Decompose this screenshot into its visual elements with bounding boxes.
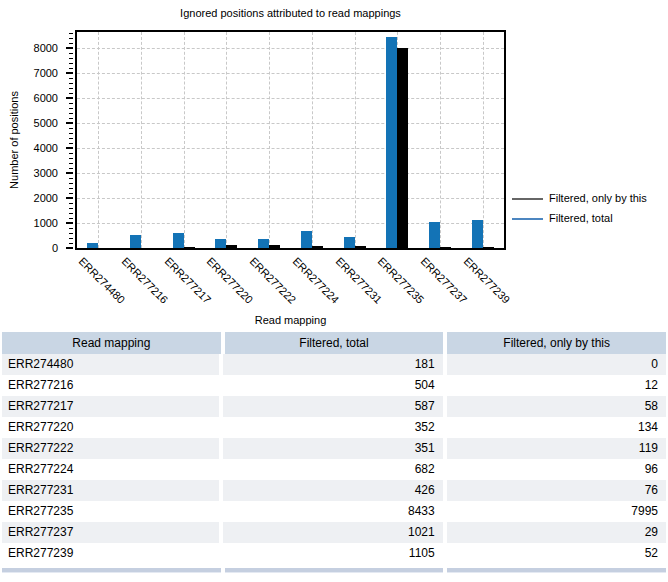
bar-filtered-total — [258, 239, 269, 248]
table-row[interactable]: ERR277239110552 — [2, 543, 666, 564]
partial-row-cell — [2, 568, 221, 573]
y-minor-tick — [69, 78, 73, 79]
table-row[interactable]: ERR277237102129 — [2, 522, 666, 543]
y-minor-tick — [69, 133, 73, 134]
x-gridline — [141, 32, 142, 248]
x-gridline — [98, 32, 99, 248]
y-minor-tick — [69, 228, 73, 229]
cell-read-mapping: ERR277216 — [2, 375, 219, 396]
cell-filtered-only: 29 — [447, 522, 666, 543]
chart-section: Ignored positions attributed to read map… — [0, 0, 668, 331]
x-gridline — [312, 32, 313, 248]
y-minor-tick — [69, 208, 73, 209]
table-row[interactable]: ERR27723142676 — [2, 480, 666, 501]
y-tick-label: 8000 — [0, 41, 58, 55]
bar-filtered-only-by-this — [184, 247, 195, 248]
y-tick — [66, 47, 73, 49]
cell-filtered-only: 119 — [447, 438, 666, 459]
legend-label: Filtered, total — [549, 212, 613, 225]
y-minor-tick — [69, 43, 73, 44]
y-tick — [66, 172, 73, 174]
y-minor-tick — [69, 63, 73, 64]
chart-legend: Filtered, only by thisFiltered, total — [512, 192, 666, 232]
y-tick — [66, 122, 73, 124]
y-minor-tick — [69, 183, 73, 184]
y-tick — [66, 222, 73, 224]
cell-filtered-total: 352 — [223, 417, 442, 438]
y-minor-tick — [69, 108, 73, 109]
chart-title: Ignored positions attributed to read map… — [75, 7, 506, 19]
legend-entry: Filtered, only by this — [512, 192, 666, 205]
y-tick — [66, 97, 73, 99]
bar-filtered-only-by-this — [226, 245, 237, 248]
cell-filtered-total: 682 — [223, 459, 442, 480]
y-tick-label: 0 — [0, 241, 58, 255]
bar-filtered-total — [215, 239, 226, 248]
y-tick-label: 6000 — [0, 91, 58, 105]
results-table: Read mappingFiltered, totalFiltered, onl… — [2, 332, 666, 573]
y-minor-tick — [69, 243, 73, 244]
cell-filtered-total: 1021 — [223, 522, 442, 543]
x-gridline — [269, 32, 270, 248]
x-gridline — [483, 32, 484, 248]
bar-filtered-only-by-this — [483, 247, 494, 248]
partial-row-cell — [447, 568, 666, 573]
cell-read-mapping: ERR277237 — [2, 522, 219, 543]
table-header-cell[interactable]: Filtered, only by this — [447, 332, 666, 354]
cell-filtered-only: 134 — [447, 417, 666, 438]
x-gridline — [440, 32, 441, 248]
cell-read-mapping: ERR277224 — [2, 459, 219, 480]
y-minor-tick — [69, 138, 73, 139]
y-minor-tick — [69, 178, 73, 179]
y-tick-label: 3000 — [0, 166, 58, 180]
cell-read-mapping: ERR277217 — [2, 396, 219, 417]
x-axis-label: Read mapping — [75, 314, 506, 326]
bar-filtered-total — [87, 243, 98, 248]
partial-row-cell — [225, 568, 444, 573]
bar-filtered-only-by-this — [312, 246, 323, 248]
table-header-cell[interactable]: Read mapping — [2, 332, 221, 354]
cell-filtered-total: 504 — [223, 375, 442, 396]
y-tick — [66, 72, 73, 74]
y-minor-tick — [69, 118, 73, 119]
x-tick-label: ERR277239 — [461, 255, 512, 306]
table-row[interactable]: ERR27722468296 — [2, 459, 666, 480]
y-tick-label: 2000 — [0, 191, 58, 205]
table-row[interactable]: ERR277222351119 — [2, 438, 666, 459]
cell-read-mapping: ERR277239 — [2, 543, 219, 564]
cell-read-mapping: ERR274480 — [2, 354, 219, 375]
cell-read-mapping: ERR277220 — [2, 417, 219, 438]
cell-filtered-only: 7995 — [447, 501, 666, 522]
cell-filtered-total: 1105 — [223, 543, 442, 564]
legend-swatch — [512, 218, 543, 220]
bar-filtered-only-by-this — [269, 245, 280, 248]
table-row[interactable]: ERR277220352134 — [2, 417, 666, 438]
table-row[interactable]: ERR27721758758 — [2, 396, 666, 417]
y-tick — [66, 197, 73, 199]
cell-filtered-only: 96 — [447, 459, 666, 480]
bar-filtered-total — [173, 233, 184, 248]
table-row[interactable]: ERR27723584337995 — [2, 501, 666, 522]
cell-read-mapping: ERR277235 — [2, 501, 219, 522]
bar-filtered-total — [130, 235, 141, 248]
cell-read-mapping: ERR277222 — [2, 438, 219, 459]
y-minor-tick — [69, 188, 73, 189]
cell-filtered-total: 587 — [223, 396, 442, 417]
table-header-cell[interactable]: Filtered, total — [225, 332, 444, 354]
table-row[interactable]: ERR2744801810 — [2, 354, 666, 375]
bar-filtered-total — [344, 237, 355, 248]
y-minor-tick — [69, 103, 73, 104]
legend-label: Filtered, only by this — [549, 192, 647, 205]
x-gridline — [355, 32, 356, 248]
y-minor-tick — [69, 68, 73, 69]
plot-area — [75, 30, 506, 250]
table-row[interactable]: ERR27721650412 — [2, 375, 666, 396]
y-minor-tick — [69, 53, 73, 54]
legend-swatch — [512, 198, 543, 200]
y-minor-tick — [69, 158, 73, 159]
x-gridline — [226, 32, 227, 248]
y-minor-tick — [69, 88, 73, 89]
table-body: ERR2744801810ERR27721650412ERR2772175875… — [2, 354, 666, 564]
cell-filtered-total: 426 — [223, 480, 442, 501]
bar-filtered-total — [301, 231, 312, 248]
